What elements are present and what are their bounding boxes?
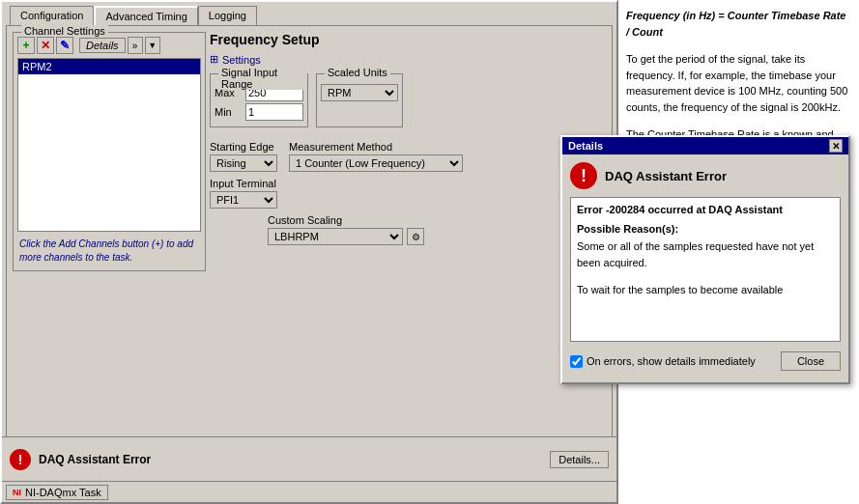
right-panel-para1: To get the period of the signal, take it… <box>626 51 851 115</box>
min-row: Min <box>215 103 303 121</box>
tab-advanced-timing[interactable]: Advanced Timing <box>94 6 197 25</box>
dialog-content: ! DAQ Assistant Error Error -200284 occu… <box>562 154 848 382</box>
add-channel-button[interactable]: + <box>17 37 35 54</box>
taskbar-ni-daqmx[interactable]: NI NI-DAQmx Task <box>6 485 108 500</box>
settings-icon: ⊞ <box>210 53 218 66</box>
taskbar-label: NI-DAQmx Task <box>25 487 101 498</box>
tab-configuration[interactable]: Configuration <box>10 6 94 25</box>
custom-scaling-group: Custom Scaling LBHRPM ⚙ <box>268 214 424 245</box>
left-panel: Channel Settings + ✕ ✎ Details » ▼ RPM2 <box>13 32 206 434</box>
terminal-row: Input Terminal PFI1 <box>210 178 606 209</box>
dialog-titlebar: Details ✕ <box>562 137 848 154</box>
dialog-close-btn[interactable]: Close <box>781 351 841 371</box>
custom-scaling-select[interactable]: LBHRPM <box>268 228 403 245</box>
scaled-units-group: Scaled Units RPM <box>316 73 403 127</box>
scaled-units-select[interactable]: RPM <box>321 84 398 101</box>
right-panel-formula: Frequency (in Hz) = Counter Timebase Rat… <box>626 8 851 40</box>
dialog-possible-reasons-text2: To wait for the samples to become availa… <box>577 282 834 298</box>
input-terminal-label: Input Terminal <box>210 178 277 189</box>
dialog-possible-reasons-title: Possible Reason(s): <box>577 223 834 235</box>
show-details-checkbox-label: On errors, show details immediately <box>570 355 756 368</box>
scroll-down-button[interactable]: ▼ <box>145 37 160 54</box>
signal-range-row: Signal Input Range Max Min Scaled Units <box>210 73 606 133</box>
tab-logging[interactable]: Logging <box>198 6 257 25</box>
error-message: DAQ Assistant Error <box>39 453 542 466</box>
error-bar: ! DAQ Assistant Error Details... <box>2 436 616 481</box>
taskbar: NI NI-DAQmx Task <box>2 481 616 502</box>
measurement-method-group: Measurement Method 1 Counter (Low Freque… <box>289 141 463 172</box>
min-label: Min <box>215 106 242 118</box>
dialog-header-title: DAQ Assistant Error <box>605 169 727 183</box>
frequency-setup-title: Frequency Setup <box>210 32 606 47</box>
signal-input-range-group: Signal Input Range Max Min <box>210 73 308 127</box>
channel-settings-title: Channel Settings <box>21 25 108 37</box>
add-channels-hint: Click the Add Channels button (+) to add… <box>17 236 201 266</box>
tab-bar: Configuration Advanced Timing Logging <box>10 6 616 25</box>
channel-item-rpm2[interactable]: RPM2 <box>18 59 200 74</box>
edge-method-row: Starting Edge Rising Measurement Method … <box>210 141 606 172</box>
input-terminal-group: Input Terminal PFI1 <box>210 178 277 209</box>
chevron-button[interactable]: » <box>128 37 143 54</box>
details-dialog: Details ✕ ! DAQ Assistant Error Error -2… <box>560 135 850 384</box>
show-details-checkbox[interactable] <box>570 355 583 368</box>
right-content: Frequency Setup ⊞ Settings Signal Input … <box>210 32 606 434</box>
settings-link[interactable]: ⊞ Settings <box>210 53 606 66</box>
dialog-error-icon: ! <box>570 162 597 189</box>
remove-channel-button[interactable]: ✕ <box>37 37 54 54</box>
dialog-footer: On errors, show details immediately Clos… <box>570 348 841 375</box>
starting-edge-select[interactable]: Rising <box>210 154 277 172</box>
signal-input-range-title: Signal Input Range <box>218 67 307 90</box>
channel-toolbar: + ✕ ✎ Details » ▼ <box>17 37 201 54</box>
starting-edge-label: Starting Edge <box>210 141 277 153</box>
dialog-title-label: Details <box>568 140 603 152</box>
scaled-units-title: Scaled Units <box>325 67 390 78</box>
measurement-method-select[interactable]: 1 Counter (Low Frequency) <box>289 154 463 172</box>
custom-scaling-label: Custom Scaling <box>268 214 424 226</box>
starting-edge-group: Starting Edge Rising <box>210 141 277 172</box>
dialog-possible-reasons-text1: Some or all of the samples requested hav… <box>577 238 834 270</box>
dialog-body: Error -200284 occurred at DAQ Assistant … <box>570 197 841 342</box>
error-icon: ! <box>10 449 31 470</box>
dialog-header-row: ! DAQ Assistant Error <box>570 162 841 189</box>
measurement-method-label: Measurement Method <box>289 141 463 153</box>
error-details-button[interactable]: Details... <box>550 451 609 468</box>
custom-scaling-row: Custom Scaling LBHRPM ⚙ <box>210 214 606 245</box>
dialog-error-message: Error -200284 occurred at DAQ Assistant <box>577 204 834 215</box>
custom-scaling-edit-button[interactable]: ⚙ <box>407 228 424 245</box>
min-input[interactable] <box>245 103 303 121</box>
details-button[interactable]: Details <box>79 38 126 53</box>
main-window: Configuration Advanced Timing Logging Ch… <box>0 0 618 504</box>
content-area: Channel Settings + ✕ ✎ Details » ▼ RPM2 <box>6 25 613 440</box>
channel-list[interactable]: RPM2 <box>17 58 201 232</box>
channel-settings-group: Channel Settings + ✕ ✎ Details » ▼ RPM2 <box>13 32 206 271</box>
config-channel-button[interactable]: ✎ <box>56 37 73 54</box>
dialog-close-button[interactable]: ✕ <box>829 139 843 153</box>
ni-logo: NI <box>13 488 21 497</box>
input-terminal-select[interactable]: PFI1 <box>210 191 277 209</box>
